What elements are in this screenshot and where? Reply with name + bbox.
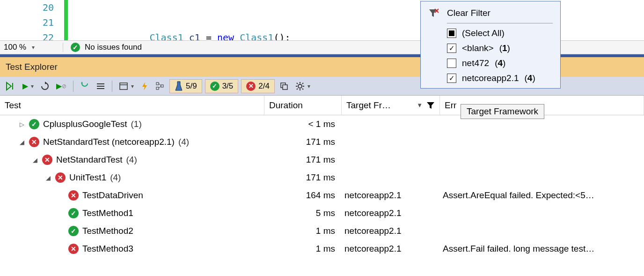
column-label: Test: [5, 100, 21, 111]
hierarchy-button[interactable]: [154, 80, 167, 93]
test-row[interactable]: ◢✕NetStandardTest (4)171 ms: [0, 151, 644, 169]
filter-icon[interactable]: [426, 101, 435, 110]
test-cell: ▷✓CplusplusGoogleTest (1): [0, 119, 264, 129]
test-tree[interactable]: ▷✓CplusplusGoogleTest (1)< 1 ms◢✕NetStan…: [0, 115, 644, 258]
test-row[interactable]: ◢✕NetStandardTest (netcoreapp2.1) (4)171…: [0, 133, 644, 151]
filter-item[interactable]: netcoreapp2.1 (4): [447, 73, 553, 83]
filter-item-count: (4): [495, 58, 505, 68]
filter-item[interactable]: net472 (4): [447, 58, 553, 68]
windows-button[interactable]: [278, 80, 291, 93]
list-button[interactable]: [94, 80, 107, 93]
duration-cell: 171 ms: [264, 172, 342, 183]
duration-cell: 171 ms: [264, 137, 342, 147]
test-row[interactable]: ✕TestDataDriven164 msnetcoreapp2.1Assert…: [0, 186, 644, 204]
test-name: NetStandardTest: [56, 155, 123, 165]
filter-item-label: netcoreapp2.1: [462, 73, 519, 83]
duration-cell: < 1 ms: [264, 119, 342, 129]
status-fail-icon: ✕: [55, 172, 66, 183]
counter-value: 2/4: [258, 82, 270, 91]
svg-line-19: [297, 89, 298, 90]
svg-rect-8: [161, 85, 163, 87]
playlist-button[interactable]: [78, 80, 91, 93]
status-fail-icon: ✕: [29, 137, 39, 147]
filter-item[interactable]: (Select All): [447, 28, 553, 38]
cross-icon: ✕: [246, 82, 256, 91]
target-framework-cell: netcoreapp2.1: [342, 208, 440, 218]
svg-rect-4: [120, 83, 127, 90]
line-number: 22: [0, 30, 54, 40]
target-framework-cell: netcoreapp2.1: [342, 190, 440, 201]
status-fail-icon: ✕: [68, 190, 79, 201]
zoom-dropdown[interactable]: 100 %: [4, 43, 55, 52]
test-row[interactable]: ◢✕UnitTest1 (4)171 ms: [0, 169, 644, 186]
tree-toggle-icon[interactable]: ◢: [19, 139, 25, 146]
column-header-target-framework[interactable]: Target Fr… ▼: [342, 96, 440, 115]
filter-item-count: (1): [499, 43, 510, 53]
chevron-down-icon: ▼: [417, 102, 423, 109]
column-label: Target Fr…: [346, 100, 391, 111]
test-name: TestDataDriven: [82, 190, 143, 201]
clear-filter-button[interactable]: Clear Filter: [428, 8, 553, 18]
svg-rect-0: [12, 83, 13, 90]
run-all-button[interactable]: [4, 80, 18, 93]
divider: [447, 23, 553, 23]
check-icon: ✓: [71, 43, 80, 52]
column-header-duration[interactable]: Duration: [264, 96, 342, 115]
tree-toggle-icon[interactable]: ◢: [45, 174, 51, 181]
test-row[interactable]: ✓TestMethod15 msnetcoreapp2.1: [0, 204, 644, 222]
checkbox[interactable]: [447, 44, 456, 53]
test-row[interactable]: ✓TestMethod21 msnetcoreapp2.1: [0, 222, 644, 240]
test-count: (1): [131, 119, 142, 129]
separator: [112, 81, 112, 92]
check-icon: ✓: [210, 82, 220, 91]
filter-item-count: (4): [525, 73, 535, 83]
line-number: 21: [0, 15, 54, 30]
test-cell: ✓TestMethod1: [0, 208, 264, 218]
column-label: Duration: [269, 100, 303, 111]
checkbox[interactable]: [447, 74, 456, 83]
test-name: CplusplusGoogleTest: [43, 119, 127, 129]
column-header-test[interactable]: Test: [0, 96, 264, 115]
counter-value: 3/5: [222, 82, 234, 91]
error-cell: Assert.AreEqual failed. Expected:<5…: [440, 190, 644, 201]
test-count: (4): [110, 172, 121, 183]
tree-toggle-icon[interactable]: ▷: [19, 121, 25, 128]
tests-total-counter[interactable]: 5/9: [169, 79, 202, 93]
status-fail-icon: ✕: [68, 244, 79, 254]
run-failed-button[interactable]: ▶⊘: [54, 80, 68, 93]
test-cell: ◢✕NetStandardTest (4): [0, 155, 264, 165]
status-fail-icon: ✕: [42, 155, 52, 165]
window-icon: [119, 82, 128, 91]
test-name: TestMethod3: [82, 244, 133, 254]
svg-rect-6: [156, 82, 159, 85]
tests-failed-counter[interactable]: ✕ 2/4: [241, 79, 275, 93]
test-count: (4): [178, 137, 189, 147]
duration-cell: 164 ms: [264, 190, 342, 201]
test-cell: ✓TestMethod2: [0, 226, 264, 236]
error-cell: Assert.Fail failed. long message test…: [440, 244, 644, 254]
checkbox[interactable]: [447, 59, 456, 68]
test-name: UnitTest1: [69, 172, 106, 183]
filter-item-label: <blank>: [462, 43, 494, 53]
test-row[interactable]: ▷✓CplusplusGoogleTest (1)< 1 ms: [0, 115, 644, 133]
config-dropdown[interactable]: [117, 80, 136, 93]
checkbox[interactable]: [447, 29, 456, 38]
tests-passed-counter[interactable]: ✓ 3/5: [205, 79, 239, 93]
play-outline-icon: [6, 82, 16, 91]
target-framework-cell: netcoreapp2.1: [342, 226, 440, 236]
column-header-row: Test Duration Target Fr… ▼ Err: [0, 96, 644, 115]
test-cell: ◢✕NetStandardTest (netcoreapp2.1) (4): [0, 137, 264, 147]
svg-line-16: [297, 83, 298, 84]
counter-value: 5/9: [186, 82, 197, 91]
disabled-dot-icon: ⊘: [62, 83, 66, 90]
run-button[interactable]: ▶: [21, 80, 36, 93]
filter-item[interactable]: <blank> (1): [447, 43, 553, 53]
svg-rect-10: [283, 85, 287, 90]
settings-dropdown[interactable]: [293, 80, 312, 93]
duration-cell: 1 ms: [264, 244, 342, 254]
tree-toggle-icon[interactable]: ◢: [32, 157, 38, 164]
repeat-button[interactable]: [38, 80, 51, 93]
duration-cell: 171 ms: [264, 155, 342, 165]
flash-button[interactable]: [139, 80, 151, 93]
test-row[interactable]: ✕TestMethod31 msnetcoreapp2.1Assert.Fail…: [0, 240, 644, 258]
